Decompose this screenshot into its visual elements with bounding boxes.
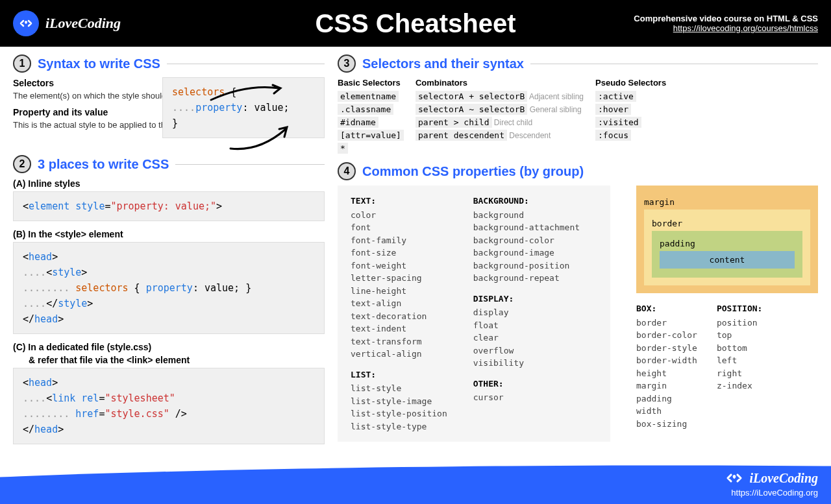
prop-item: list-style-type <box>351 420 447 433</box>
section-selectors: 3 Selectors and their syntax Basic Selec… <box>338 54 818 156</box>
prop-item: color <box>351 209 447 222</box>
prop-item: padding <box>636 392 697 405</box>
selector-tag: .classname <box>338 104 393 115</box>
section-1-title: Syntax to write CSS <box>38 56 160 71</box>
footer-wave <box>0 449 831 504</box>
section-number-4: 4 <box>338 162 356 180</box>
section-2-title: 3 places to write CSS <box>38 157 169 172</box>
prop-columns: TEXT: colorfontfont-familyfont-sizefont-… <box>338 186 610 442</box>
prop-item: right <box>717 367 762 380</box>
section-syntax: 1 Syntax to write CSS Selectors The elem… <box>13 54 325 155</box>
prop-item: overflow <box>473 344 580 357</box>
arrow-icon <box>227 123 292 155</box>
prop-item: height <box>636 367 697 380</box>
prop-item: text-transform <box>351 335 447 348</box>
selector-tag: * <box>338 143 348 154</box>
prop-item: background <box>473 209 580 222</box>
prop-item: visibility <box>473 357 580 370</box>
footer: iLoveCoding https://iLoveCoding.org <box>725 468 818 498</box>
box-model-col: margin border padding content BOX: <box>636 186 818 442</box>
prop-item: line-height <box>351 285 447 298</box>
brand-text: iLoveCoding <box>45 15 121 32</box>
prop-item: clear <box>473 331 580 344</box>
section-number-2: 2 <box>13 155 31 173</box>
logo-icon <box>725 468 744 488</box>
selector-tag: selectorA ~ selectorB <box>416 104 527 115</box>
prop-item: position <box>717 317 762 330</box>
prop-item: font-weight <box>351 259 447 272</box>
style-elem-title: (B) In the <style> element <box>13 229 123 239</box>
style-elem-code: <head> ....<style> ........ selectors { … <box>13 242 325 334</box>
prop-item: background-position <box>473 259 580 272</box>
section-properties: 4 Common CSS properties (by group) TEXT:… <box>338 162 818 442</box>
prop-item: left <box>717 354 762 367</box>
header-url[interactable]: https://ilovecoding.org/courses/htmlcss <box>634 23 818 33</box>
prop-item: box-sizing <box>636 418 697 431</box>
prop-item: list-style-image <box>351 395 447 408</box>
prop-item: vertical-align <box>351 348 447 361</box>
prop-item: border-style <box>636 342 697 355</box>
selector-tag: parent > child <box>416 117 492 128</box>
selector-tag: #idname <box>338 117 378 128</box>
prop-item: text-decoration <box>351 310 447 323</box>
selector-tag: :active <box>595 91 636 102</box>
selectors-heading: Selectors <box>13 78 54 88</box>
selector-tag: parent descendent <box>416 130 507 141</box>
header-subtitle: Comprehensive video course on HTML & CSS <box>634 14 818 23</box>
section-3-title: Selectors and their syntax <box>362 56 524 71</box>
prop-item: border <box>636 317 697 330</box>
prop-item: font-family <box>351 234 447 247</box>
prop-item: list-style <box>351 382 447 395</box>
prop-item: float <box>473 319 580 332</box>
selector-tag: [attr=value] <box>338 130 404 141</box>
prop-item: border-color <box>636 329 697 342</box>
prop-item: width <box>636 405 697 418</box>
logo-icon <box>13 10 39 36</box>
prop-item: background-color <box>473 234 580 247</box>
prop-item: z-index <box>717 379 762 392</box>
header-right: Comprehensive video course on HTML & CSS… <box>634 14 818 33</box>
prop-item: background-repeat <box>473 272 580 285</box>
selector-tag: elementname <box>338 91 399 102</box>
box-model-diagram: margin border padding content <box>636 186 818 293</box>
property-heading: Property and its value <box>13 107 108 117</box>
prop-item: bottom <box>717 342 762 355</box>
prop-item: top <box>717 329 762 342</box>
logo: iLoveCoding <box>13 10 121 36</box>
section-places: 2 3 places to write CSS (A) Inline style… <box>13 155 325 444</box>
pseudo-col: Pseudo Selectors :active:hover:visited:f… <box>595 78 666 156</box>
prop-item: text-align <box>351 297 447 310</box>
section-number-1: 1 <box>13 54 31 73</box>
arrow-icon <box>208 80 286 106</box>
page-title: CSS Cheatsheet <box>316 9 516 38</box>
inline-code: <element style="property: value;"> <box>13 191 325 221</box>
prop-item: display <box>473 306 580 319</box>
prop-item: background-image <box>473 246 580 259</box>
basic-selectors-col: Basic Selectors elementname.classname#id… <box>338 78 404 156</box>
link-code: <head> ....<link rel="stylesheet" ......… <box>13 368 325 444</box>
prop-item: list-style-position <box>351 407 447 420</box>
file-sub: & refer that file via the <link> element <box>29 355 190 365</box>
prop-item: background-attachment <box>473 221 580 234</box>
selector-tag: :hover <box>595 104 631 115</box>
inline-title: (A) Inline styles <box>13 178 80 189</box>
prop-item: letter-spacing <box>351 272 447 285</box>
selector-tag: :focus <box>595 130 631 141</box>
prop-item: text-indent <box>351 322 447 335</box>
section-number-3: 3 <box>338 54 356 73</box>
prop-item: cursor <box>473 391 580 404</box>
file-title: (C) In a dedicated file (style.css) <box>13 342 151 352</box>
selector-tag: selectorA + selectorB <box>416 91 527 102</box>
header: iLoveCoding CSS Cheatsheet Comprehensive… <box>0 0 831 47</box>
footer-url[interactable]: https://iLoveCoding.org <box>725 488 818 498</box>
selector-tag: :visited <box>595 117 641 128</box>
prop-item: margin <box>636 379 697 392</box>
prop-item: border-width <box>636 354 697 367</box>
prop-item: font <box>351 221 447 234</box>
prop-item: font-size <box>351 246 447 259</box>
combinators-col: Combinators selectorA + selectorB Adjace… <box>416 78 584 156</box>
section-4-title: Common CSS properties (by group) <box>362 164 584 179</box>
